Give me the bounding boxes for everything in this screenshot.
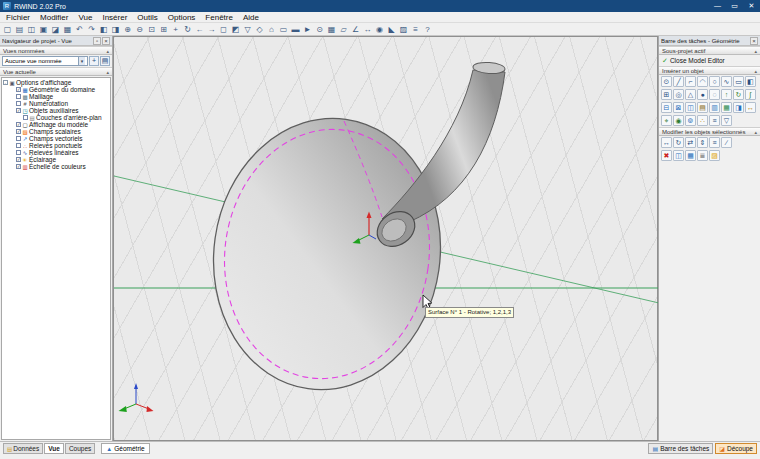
mirror-object-button[interactable]: ⇄: [685, 137, 696, 148]
menu-item[interactable]: Options: [163, 12, 201, 23]
tree-item[interactable]: ∴ Relevés ponctuels: [3, 142, 109, 149]
copy-button[interactable]: ◪: [50, 24, 61, 35]
view-top-button[interactable]: ▽: [242, 24, 253, 35]
insert-cylinder-button[interactable]: ◎: [673, 89, 684, 100]
taskbar-close-icon[interactable]: ×: [750, 37, 758, 45]
close-model-editor-button[interactable]: ✓ Close Model Editor: [659, 55, 760, 66]
menu-item[interactable]: Aide: [238, 12, 264, 23]
selection-arrow-button[interactable]: ►: [302, 24, 313, 35]
measure-button[interactable]: ∠: [350, 24, 361, 35]
named-view-options-button[interactable]: ▤: [100, 56, 110, 66]
tab-geometrie[interactable]: ▲ Géométrie: [101, 443, 149, 454]
tab-donnees[interactable]: ▤ Données: [3, 443, 43, 454]
tree-item[interactable]: ✓ ▧ Champs scalaires: [3, 128, 109, 135]
navigator-toggle-button[interactable]: ◧: [98, 24, 109, 35]
print-button[interactable]: ▣: [38, 24, 49, 35]
checkbox[interactable]: [23, 115, 28, 120]
viewport-3d[interactable]: Surface N° 1 - Rotative; 1,2,1,3: [113, 36, 658, 441]
collapse-icon[interactable]: ▴: [754, 68, 757, 74]
tree-item[interactable]: - ▣ Options d'affichage: [3, 79, 109, 86]
tree-item[interactable]: ✓ ▥ Échelle de couleurs: [3, 163, 109, 170]
collapse-icon[interactable]: ▴: [106, 48, 109, 54]
render-button[interactable]: ▨: [398, 24, 409, 35]
insert-circle-button[interactable]: ○: [709, 76, 720, 87]
zoom-all-button[interactable]: ⊞: [158, 24, 169, 35]
collapse-icon[interactable]: ▴: [754, 129, 757, 135]
insert-probe-surface-button[interactable]: ▦: [721, 102, 732, 113]
insert-box-button[interactable]: ⊞: [661, 89, 672, 100]
checkbox[interactable]: [16, 150, 21, 155]
add-named-view-button[interactable]: +: [89, 56, 99, 66]
help-button[interactable]: ?: [422, 24, 433, 35]
insert-arc-button[interactable]: ◠: [697, 76, 708, 87]
decoupe-toggle-button[interactable]: ◪ Découpe: [715, 443, 757, 454]
checkbox[interactable]: ✓: [16, 108, 21, 113]
menu-item[interactable]: Fichier: [1, 12, 35, 23]
tree-item[interactable]: ↗ Champs vectoriels: [3, 135, 109, 142]
revolve-button[interactable]: ↻: [733, 89, 744, 100]
funnel-mouth-surface[interactable]: [196, 104, 458, 405]
insert-section-button[interactable]: ⊚: [685, 115, 696, 126]
insert-dimension-button[interactable]: ↔: [745, 102, 756, 113]
checkbox[interactable]: ✓: [16, 129, 21, 134]
tree-item[interactable]: # Numérotation: [3, 100, 109, 107]
checkbox[interactable]: ✓: [16, 87, 21, 92]
sweep-button[interactable]: ∫: [745, 89, 756, 100]
insert-object-section[interactable]: Insérer un objet ▴: [659, 66, 760, 75]
chevron-down-icon[interactable]: ▾: [78, 57, 85, 65]
taskbar-toggle-button[interactable]: ▤ Barre des tâches: [648, 443, 713, 454]
move-object-button[interactable]: ↔: [661, 137, 672, 148]
tree-item[interactable]: ✓ ☀ Éclairage: [3, 156, 109, 163]
checkbox[interactable]: [16, 136, 21, 141]
insert-torus-button[interactable]: ◌: [709, 89, 720, 100]
pan-button[interactable]: +: [170, 24, 181, 35]
checkbox[interactable]: ✓: [16, 157, 21, 162]
clipping-button[interactable]: ◣: [386, 24, 397, 35]
object-material-button[interactable]: ▨: [709, 150, 720, 161]
menu-item[interactable]: Insérer: [97, 12, 132, 23]
insert-rectangle-button[interactable]: ▭: [733, 76, 744, 87]
active-subproject-section[interactable]: Sous-projet actif ▴: [659, 46, 760, 55]
tree-item[interactable]: ✓ ◳ Objets auxiliaires: [3, 107, 109, 114]
funnel-model[interactable]: [196, 61, 505, 404]
rotate-object-button[interactable]: ↻: [673, 137, 684, 148]
collapse-icon[interactable]: ▴: [754, 48, 757, 54]
checkbox[interactable]: ✓: [16, 122, 21, 127]
navigator-close-icon[interactable]: ×: [102, 37, 110, 45]
minimize-button[interactable]: —: [709, 0, 726, 12]
zoom-window-button[interactable]: ⊡: [146, 24, 157, 35]
next-view-button[interactable]: →: [206, 24, 217, 35]
insert-marker-button[interactable]: ▽: [721, 115, 732, 126]
menu-item[interactable]: Modifier: [35, 12, 73, 23]
view-front-button[interactable]: ◻: [218, 24, 229, 35]
insert-axes-button[interactable]: ≡: [709, 115, 720, 126]
tree-item[interactable]: ✓ ▦ Géométrie du domaine: [3, 86, 109, 93]
insert-zone-button[interactable]: ⊟: [661, 102, 672, 113]
insert-opening-button[interactable]: ⊠: [673, 102, 684, 113]
zoom-in-button[interactable]: ⊕: [122, 24, 133, 35]
tree-item[interactable]: ∿ Relevés linéaires: [3, 149, 109, 156]
maximize-button[interactable]: ▭: [726, 0, 743, 12]
zoom-out-button[interactable]: ⊖: [134, 24, 145, 35]
menu-item[interactable]: Fenêtre: [200, 12, 238, 23]
insert-spline-button[interactable]: ∿: [721, 76, 732, 87]
redo-button[interactable]: ↷: [86, 24, 97, 35]
named-views-section[interactable]: Vues nommées ▴: [0, 46, 112, 55]
grid-button[interactable]: ▦: [326, 24, 337, 35]
snap-button[interactable]: ⊙: [314, 24, 325, 35]
insert-background-layer-button[interactable]: ◨: [733, 102, 744, 113]
checkbox[interactable]: ✓: [16, 164, 21, 169]
perspective-button[interactable]: ⌂: [266, 24, 277, 35]
collapse-icon[interactable]: ▴: [106, 69, 109, 75]
close-button[interactable]: ✕: [743, 0, 760, 12]
checkbox[interactable]: [16, 101, 21, 106]
tree-item[interactable]: ▩ Maillage: [3, 93, 109, 100]
new-file-button[interactable]: ▢: [2, 24, 13, 35]
array-object-button[interactable]: ▦: [685, 150, 696, 161]
dimension-button[interactable]: ↔: [362, 24, 373, 35]
taskbar-toggle-button[interactable]: ◨: [110, 24, 121, 35]
insert-sphere-button[interactable]: ●: [697, 89, 708, 100]
checkbox[interactable]: [16, 143, 21, 148]
paste-button[interactable]: ▦: [62, 24, 73, 35]
settings-button[interactable]: ≡: [410, 24, 421, 35]
